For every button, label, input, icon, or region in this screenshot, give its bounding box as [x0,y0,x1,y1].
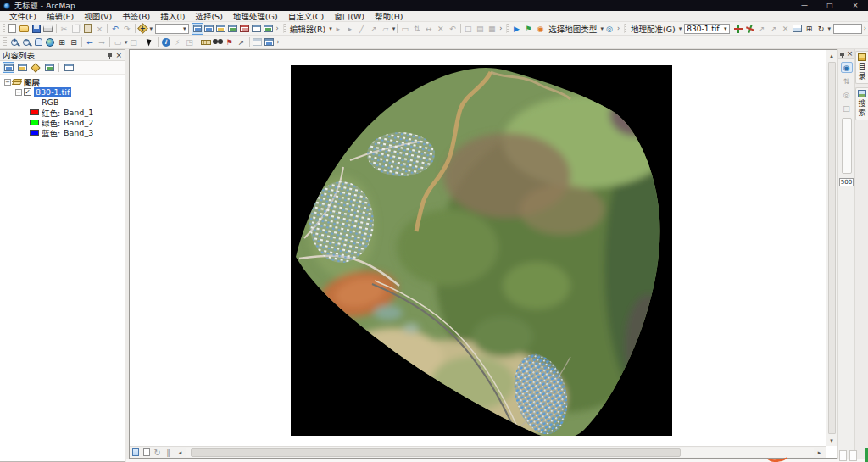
add-data-dropdown[interactable]: ▾ [149,25,153,32]
list-by-visibility-button[interactable] [30,62,42,73]
python-window-button[interactable] [251,23,263,35]
layout-view-button[interactable] [141,448,152,458]
measure-button[interactable] [200,36,212,48]
flicker-rate-box[interactable]: 500 [839,178,854,186]
identify-button[interactable]: i [160,36,172,48]
sketch-properties-button[interactable]: ▦ [486,23,498,35]
raster-visibility-checkbox[interactable]: ✓ [24,88,31,96]
scroll-left-button[interactable]: ◂ [175,447,186,458]
menu-selection[interactable]: 选择(S) [190,11,227,21]
edit-tool-button[interactable]: ▸ [332,23,344,35]
tools-toolbar-overflow[interactable]: › [277,38,280,46]
georeferencing-input[interactable] [833,24,862,34]
menu-bookmarks[interactable]: 书签(B) [117,11,155,21]
georeferencing-layer-combo[interactable]: 830-1.tif ▾ [684,24,729,34]
scroll-right-button[interactable]: ▸ [814,447,825,458]
go-forward-extent-button[interactable]: → [96,36,108,48]
scroll-down-button[interactable]: ▾ [826,435,837,446]
zoom-in-button[interactable]: + [8,36,20,48]
run-button[interactable]: ▶ [510,23,522,35]
vertical-scrollbar[interactable]: ▴ ▾ [826,50,837,446]
tab-search[interactable]: 搜索 [855,87,868,120]
flag-button[interactable]: ⚑ [522,23,534,35]
construction-tools-dropdown[interactable]: ▾ [392,25,396,32]
editor-toolbar-overflow[interactable]: › [499,25,502,32]
find-route-button[interactable]: ⚑ [224,36,236,48]
link-table-button[interactable] [792,23,804,35]
menu-geoprocessing[interactable]: 地理处理(G) [228,11,283,21]
sphere-button[interactable]: ◉ [534,23,546,35]
raster-layer-label[interactable]: 830-1.tif [34,87,71,97]
trace-tool-button[interactable]: ▱ [380,23,392,35]
standard-toolbar-overflow[interactable]: › [276,25,279,32]
select-link-button[interactable]: ↗ [756,23,768,35]
copy-button[interactable] [70,23,81,35]
create-features-button[interactable]: □ [462,23,474,35]
cut-button[interactable]: ✂ [58,23,70,35]
tab-catalog[interactable]: 目录 [855,51,868,84]
raster-expander[interactable]: − [15,89,22,96]
redo-button[interactable]: ↷ [121,23,133,35]
georeferencing-toolbar-grip[interactable] [624,24,626,33]
clear-selection-button[interactable]: □ [128,36,140,48]
pause-drawing-button[interactable]: ‖ [163,448,174,458]
editor-toolbar-toggle[interactable] [192,23,203,35]
dock-pin-icon[interactable] [840,53,844,56]
menu-file[interactable]: 文件(F) [4,11,42,21]
maximize-button[interactable]: □ [817,0,843,11]
menu-insert[interactable]: 插入(I) [155,11,190,21]
edit-annotation-tool-button[interactable]: ▸ [344,23,356,35]
fixed-zoom-out-button[interactable]: ⊟ [68,36,80,48]
standard-toolbar-grip[interactable] [3,24,5,33]
new-map-button[interactable] [7,23,19,35]
minimize-button[interactable]: — [792,0,817,11]
horizontal-scroll-track[interactable] [186,448,814,457]
refresh-view-button[interactable]: ↻ [152,448,163,458]
orthophoto-image[interactable] [291,65,672,436]
print-button[interactable] [42,23,54,35]
paste-button[interactable] [81,23,93,35]
maptype-toolbar-grip[interactable] [506,24,509,33]
layers-expander[interactable]: − [4,79,11,86]
straight-segment-button[interactable]: ╱ [356,23,368,35]
menu-view[interactable]: 视图(V) [79,11,117,21]
list-by-selection-button[interactable] [43,62,55,73]
raster-extent-background[interactable] [291,65,672,436]
menu-windows[interactable]: 窗口(W) [329,11,370,21]
add-multiple-points-button[interactable] [744,23,756,35]
menu-customize[interactable]: 自定义(C) [283,11,330,21]
go-back-extent-button[interactable]: ← [84,36,96,48]
delete-button[interactable]: × [93,23,105,35]
layers-group-row[interactable]: − 图层 [4,77,125,86]
reshape-tool-button[interactable]: ↶ [447,23,459,35]
contrast-button[interactable]: ⇅ [841,75,853,86]
endpoint-arc-button[interactable]: ↗ [368,23,380,35]
close-button[interactable]: × [843,0,868,11]
split-tool-button[interactable]: ⇅ [411,23,423,35]
create-viewer-window-button[interactable] [264,36,275,48]
pan-button[interactable] [32,36,44,48]
zoom-out-button[interactable]: − [20,36,32,48]
georeferencing-menu-button[interactable]: 地理配准(G) [628,23,678,35]
map-canvas[interactable] [130,50,826,446]
tools-toolbar-grip[interactable] [3,37,7,47]
open-viewer-window-button[interactable] [252,36,264,48]
go-to-xy-button[interactable]: ↗ [236,36,248,48]
dock-close-button[interactable]: × [847,50,854,58]
scroll-up-button[interactable]: ▴ [826,50,837,61]
attributes-button[interactable]: ▤ [474,23,486,35]
modelbuilder-button[interactable] [263,23,275,35]
zoom-to-link-button[interactable]: ↗ [768,23,780,35]
menu-help[interactable]: 帮助(H) [370,11,409,21]
find-button[interactable] [212,36,224,48]
brightness-button[interactable]: ◎ [841,89,853,100]
hyperlink-button[interactable]: ⚡ [172,36,184,48]
horizontal-scroll-thumb[interactable] [191,448,681,457]
save-button[interactable] [31,23,42,35]
list-by-source-button[interactable] [16,62,28,73]
search-window-button[interactable] [227,23,239,35]
rotate-image-button[interactable]: ↻ [815,23,827,35]
layers-group-label[interactable]: 图层 [24,76,40,88]
basemap-globe-button[interactable]: ◎ [604,23,615,35]
html-popup-button[interactable]: ◳ [184,36,196,48]
